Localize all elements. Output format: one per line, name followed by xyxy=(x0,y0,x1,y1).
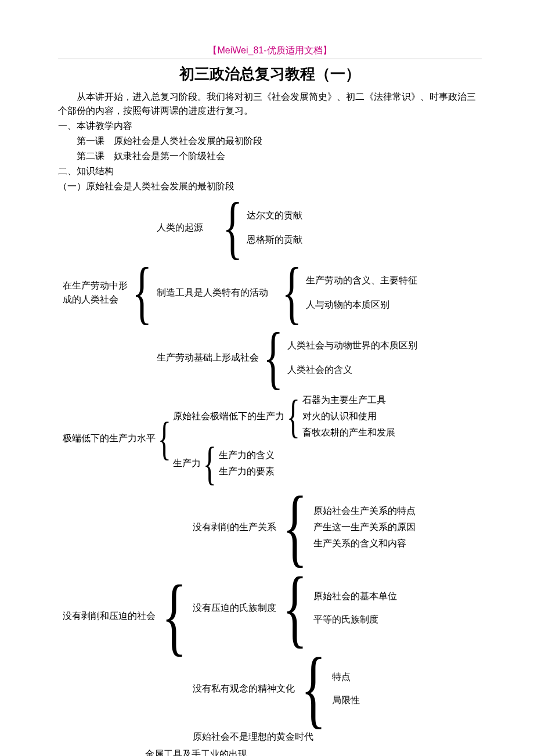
intro-paragraph: 从本讲开始，进入总复习阶段。我们将对初三《社会发展简史》、初二《法律常识》、时事… xyxy=(58,90,482,118)
tree-productivity: 极端低下的生产力水平 { 原始社会极端低下的生产力 { 石器为主要生产工具 对火… xyxy=(63,392,482,485)
leaf-farming: 畜牧农耕的产生和发展 xyxy=(302,426,395,440)
branch-label: 人类的起源 xyxy=(157,221,204,235)
brace-icon: { xyxy=(203,442,217,484)
leaf-darwin: 达尔文的贡献 xyxy=(247,208,302,222)
branch-tool-making: 制造工具是人类特有的活动 { 生产劳动的含义、主要特征 人与动物的本质区别 xyxy=(157,261,418,324)
section-1-heading: 一、本讲教学内容 xyxy=(58,119,482,133)
branch-label: 生产力 xyxy=(173,456,202,470)
header-watermark: 【MeiWei_81-优质适用文档】 xyxy=(58,44,482,59)
branch-clan-system: 没有压迫的氏族制度 { 原始社会的基本单位 平等的氏族制度 xyxy=(193,568,416,647)
lesson-1: 第一课 原始社会是人类社会发展的最初阶段 xyxy=(77,134,482,148)
brace-icon: { xyxy=(158,417,171,459)
branch-spiritual-culture: 没有私有观念的精神文化 { 特点 局限性 xyxy=(193,649,416,728)
branch-label: 原始社会极端低下的生产力 xyxy=(173,409,286,423)
tree-root-label: 极端低下的生产力水平 xyxy=(63,431,157,445)
leaf-productivity-elements: 生产力的要素 xyxy=(219,465,275,478)
subsection-2-1: （一）原始社会是人类社会发展的最初阶段 xyxy=(58,179,482,193)
document-title: 初三政治总复习教程（一） xyxy=(58,63,482,85)
lesson-2: 第二课 奴隶社会是第一个阶级社会 xyxy=(77,149,482,163)
leaf-metal-tools: 金属工具及手工业的出现 xyxy=(145,747,311,756)
branch-labor-society: 生产劳动基础上形成社会 { 人类社会与动物世界的本质区别 人类社会的含义 xyxy=(157,326,418,389)
branch-label: 生产劳动基础上形成社会 xyxy=(157,351,260,365)
leaf-limitations: 局限性 xyxy=(332,693,360,707)
leaf-fire: 对火的认识和使用 xyxy=(302,409,395,423)
branch-production-relations: 没有剥削的生产关系 { 原始社会生产关系的特点 产生这一生产关系的原因 生产关系… xyxy=(193,488,416,566)
tree-root-label: 没有剥削和压迫的社会 xyxy=(63,609,157,623)
branch-label: 没有压迫的氏族制度 xyxy=(193,601,277,615)
brace-icon: { xyxy=(222,196,243,259)
leaf-stone-tools: 石器为主要生产工具 xyxy=(302,393,395,407)
brace-icon: { xyxy=(301,649,326,728)
label-line-1: 在生产劳动中形 xyxy=(63,279,128,293)
brace-icon: { xyxy=(282,261,302,324)
brace-icon: { xyxy=(282,488,307,566)
brace-icon: { xyxy=(161,577,186,655)
section-2-heading: 二、知识结构 xyxy=(58,164,482,178)
branch-label: 制造工具是人类特有的活动 xyxy=(157,286,269,300)
leaf-labor-meaning: 生产劳动的含义、主要特征 xyxy=(306,273,417,287)
brace-icon: { xyxy=(282,568,307,647)
brace-icon: { xyxy=(132,261,153,324)
tree-disintegration: 原始社会的解体 { 金属工具及手工业的出现 私有制的产生 { 个体劳动代替共同劳… xyxy=(63,747,482,756)
brace-icon: { xyxy=(263,326,283,389)
branch-human-origin: 人类的起源 { 达尔文的贡献 恩格斯的贡献 xyxy=(157,196,418,259)
leaf-productivity-meaning: 生产力的含义 xyxy=(219,448,275,462)
leaf-human-animal-diff: 人与动物的本质区别 xyxy=(306,298,417,312)
leaf-engels: 恩格斯的贡献 xyxy=(247,233,302,247)
leaf-relations-cause: 产生这一生产关系的原因 xyxy=(313,520,416,534)
tree-no-exploitation: 没有剥削和压迫的社会 { 没有剥削的生产关系 { 原始社会生产关系的特点 产生这… xyxy=(63,487,482,744)
tree-root-label: 在生产劳动中形 成的人类社会 xyxy=(63,279,129,307)
document-page: 【MeiWei_81-优质适用文档】 初三政治总复习教程（一） 从本讲开始，进入… xyxy=(0,0,534,756)
leaf-society-animal-diff: 人类社会与动物世界的本质区别 xyxy=(287,339,417,352)
branch-primitive-productivity: 原始社会极端低下的生产力 { 石器为主要生产工具 对火的认识和使用 畜牧农耕的产… xyxy=(173,393,395,440)
leaf-features: 特点 xyxy=(332,670,360,684)
leaf-relations-features: 原始社会生产关系的特点 xyxy=(313,504,416,518)
label-line-2: 成的人类社会 xyxy=(63,293,128,307)
leaf-relations-meaning: 生产关系的含义和内容 xyxy=(313,537,416,550)
leaf-equal-clan: 平等的氏族制度 xyxy=(313,613,397,627)
tree-labor-society: 在生产劳动中形 成的人类社会 { 人类的起源 { 达尔文的贡献 恩格斯的贡献 制… xyxy=(63,196,482,390)
brace-icon: { xyxy=(287,395,300,437)
leaf-basic-unit: 原始社会的基本单位 xyxy=(313,589,397,603)
leaf-society-meaning: 人类社会的含义 xyxy=(287,363,417,377)
branch-label: 没有私有观念的精神文化 xyxy=(193,682,296,696)
branch-label: 没有剥削的生产关系 xyxy=(193,520,277,534)
